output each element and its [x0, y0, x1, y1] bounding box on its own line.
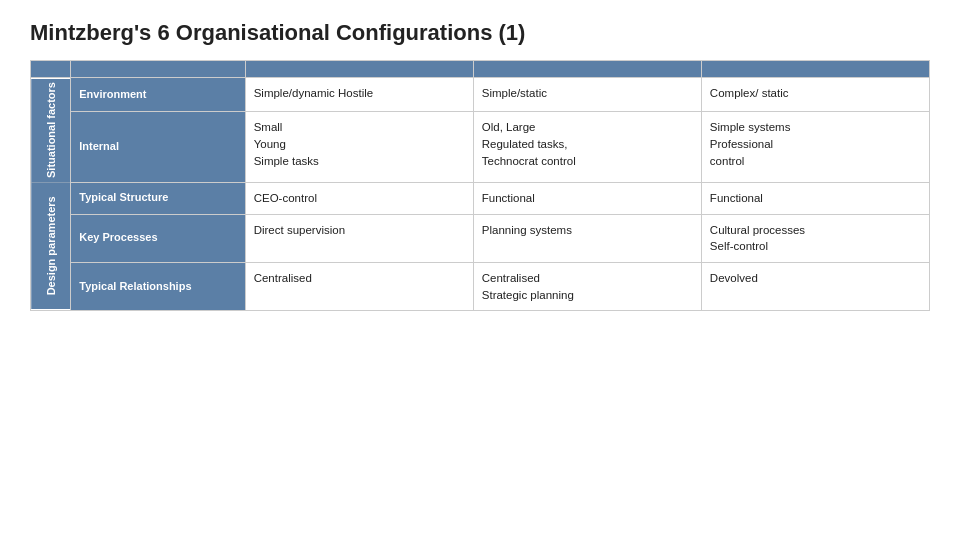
col-header-simple [245, 61, 473, 78]
data-cell: Planning systems [473, 214, 701, 262]
col-side-spacer [31, 61, 71, 78]
data-cell: Functional [701, 182, 929, 214]
table-row: Typical RelationshipsCentralisedCentrali… [31, 262, 930, 310]
data-cell: Direct supervision [245, 214, 473, 262]
col-header-professional [701, 61, 929, 78]
data-cell: Simple/static [473, 78, 701, 112]
data-cell: SmallYoungSimple tasks [245, 112, 473, 183]
data-cell: Old, LargeRegulated tasks,Technocrat con… [473, 112, 701, 183]
data-cell: Centralised [245, 262, 473, 310]
data-cell: CentralisedStrategic planning [473, 262, 701, 310]
table-row: Key ProcessesDirect supervisionPlanning … [31, 214, 930, 262]
data-cell: Devolved [701, 262, 929, 310]
main-table: Situational factorsEnvironmentSimple/dyn… [30, 60, 930, 311]
data-cell: Functional [473, 182, 701, 214]
data-cell: Complex/ static [701, 78, 929, 112]
table-row: Design parametersTypical StructureCEO-co… [31, 182, 930, 214]
data-cell: Simple systemsProfessionalcontrol [701, 112, 929, 183]
col-header-machine [473, 61, 701, 78]
row-header-cell: Typical Structure [71, 182, 245, 214]
table-row: Situational factorsEnvironmentSimple/dyn… [31, 78, 930, 112]
row-header-cell: Typical Relationships [71, 262, 245, 310]
row-header-cell: Environment [71, 78, 245, 112]
data-cell: Simple/dynamic Hostile [245, 78, 473, 112]
table-row: InternalSmallYoungSimple tasksOld, Large… [31, 112, 930, 183]
data-cell: Cultural processesSelf-control [701, 214, 929, 262]
side-label: Design parameters [31, 182, 71, 310]
row-header-cell: Internal [71, 112, 245, 183]
row-header-cell: Key Processes [71, 214, 245, 262]
data-cell: CEO-control [245, 182, 473, 214]
side-label: Situational factors [31, 78, 71, 183]
col-header-config [71, 61, 245, 78]
page-title: Mintzberg's 6 Organisational Configurati… [30, 20, 930, 46]
